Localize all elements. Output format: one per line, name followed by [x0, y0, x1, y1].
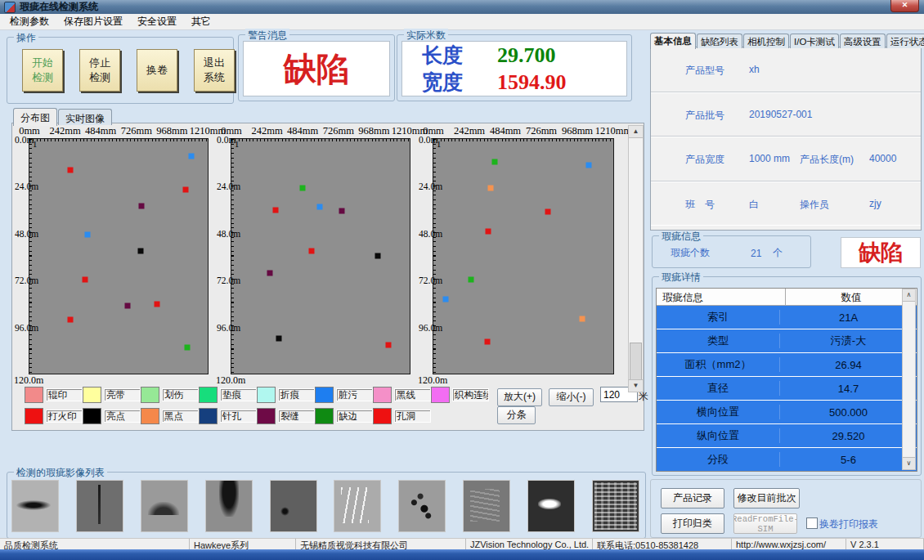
windows-taskbar[interactable] — [0, 549, 924, 560]
defect-detail-group-label: 瑕疵详情 — [659, 271, 703, 284]
print-report-checkbox[interactable] — [806, 517, 818, 529]
scatter-plot-3[interactable]: 0mm242mm484mm726mm968mm1210mm0.0m24.0m48… — [433, 138, 614, 374]
legend-item: 缺边 — [315, 408, 373, 424]
defect-detail-row[interactable]: 分段5-6 — [657, 448, 917, 471]
detail-scroll-up-icon[interactable]: ∧ — [903, 289, 915, 302]
scroll-down-icon[interactable]: ▼ — [629, 379, 643, 392]
status-segment: JZVision Technology Co., Ltd. — [466, 539, 593, 550]
shift-operator-row: 班 号 白 操作员 zjy — [651, 181, 921, 226]
print-classify-button[interactable]: 打印归类 — [661, 513, 724, 534]
defect-point — [276, 335, 281, 341]
operation-group: 操作 开始检测停止检测换卷退出系统 — [7, 37, 234, 104]
defect-thumbnail[interactable] — [398, 480, 446, 532]
defect-alert: 缺陷 — [841, 237, 921, 268]
legend-row-1: 辊印亮带划伤垫痕折痕脏污黑线织构连续 — [25, 387, 489, 403]
defect-thumbnail[interactable] — [11, 480, 59, 532]
app-icon — [4, 2, 16, 13]
defect-thumbnail[interactable] — [527, 480, 575, 532]
menu-other[interactable]: 其它 — [184, 13, 218, 30]
product-model-row: 产品型号 xh — [651, 47, 921, 92]
tab-io-card-test[interactable]: I/O卡测试 — [790, 34, 839, 48]
status-segment: 无锡精质视觉科技有限公司 — [296, 539, 466, 550]
scroll-up-icon[interactable]: ▲ — [629, 126, 643, 138]
defect-thumbnail[interactable] — [463, 480, 510, 532]
defect-detail-row[interactable]: 直径14.7 — [657, 377, 917, 400]
detail-table-scrollbar[interactable]: ∧ ∨ — [902, 289, 916, 470]
x-axis-tick: 726mm — [121, 125, 152, 137]
defect-thumbnails — [11, 480, 639, 532]
legend-label: 黑线 — [394, 388, 431, 401]
product-length-value: 40000 — [869, 153, 896, 164]
defect-point — [309, 248, 315, 253]
status-segment: Hawkeye系列 — [190, 539, 296, 550]
tab-basic-info[interactable]: 基本信息 — [650, 33, 696, 49]
defect-point — [339, 208, 344, 214]
detail-row-name: 纵向位置 — [657, 428, 780, 443]
defect-point — [138, 249, 144, 254]
scatter-plot-2[interactable]: 0mm242mm484mm726mm968mm1210mm0.0m24.0m48… — [231, 138, 410, 374]
change-roll-button[interactable]: 换卷 — [137, 49, 177, 92]
menu-security-settings[interactable]: 安全设置 — [130, 13, 184, 30]
legend-swatch — [199, 387, 218, 403]
y-axis-tick: 72.0m — [217, 276, 240, 285]
stop-detection-button[interactable]: 停止检测 — [79, 49, 120, 92]
tab-advanced-settings[interactable]: 高级设置 — [840, 34, 886, 48]
split-button[interactable]: 分条 — [497, 406, 536, 424]
tab-camera-control[interactable]: 相机控制 — [743, 34, 789, 48]
defect-thumbnail[interactable] — [270, 480, 317, 532]
defect-thumbnail[interactable] — [334, 480, 381, 532]
right-panel-tabs: 基本信息缺陷列表相机控制I/O卡测试高级设置运行状态信息 — [650, 32, 924, 48]
y-axis-tick: 96.0m — [15, 322, 38, 332]
zoom-in-button[interactable]: 放大(+) — [497, 388, 542, 406]
scroll-thumb[interactable] — [630, 343, 642, 380]
status-segment: 联系电话:0510-85381428 — [593, 539, 732, 550]
exit-system-button[interactable]: 退出系统 — [194, 49, 235, 92]
y-axis-tick: 48.0m — [419, 228, 442, 238]
detail-row-name: 横向位置 — [657, 405, 780, 419]
detail-row-value: 500.000 — [780, 406, 917, 419]
defect-thumbnail[interactable] — [205, 480, 253, 532]
legend-label: 裂缝 — [278, 410, 315, 423]
modify-batch-button[interactable]: 修改目前批次 — [733, 488, 800, 508]
defect-thumbnail[interactable] — [141, 480, 188, 532]
tab-run-status-info[interactable]: 运行状态信息 — [886, 34, 924, 48]
x-axis-tick: 726mm — [323, 125, 354, 137]
title-bar[interactable]: 瑕疵在线检测系统 ✕ — [0, 0, 924, 14]
y-axis-tick: 96.0m — [419, 322, 442, 332]
defect-point — [487, 186, 493, 191]
defect-thumbnail[interactable] — [592, 480, 639, 532]
scatter-plot-1[interactable]: 0mm242mm484mm726mm968mm1210mm0.0m24.0m48… — [29, 138, 209, 374]
defect-detail-row[interactable]: 类型污渍-大 — [657, 329, 917, 352]
defect-detail-row[interactable]: 横向位置500.000 — [657, 401, 917, 423]
operation-buttons: 开始检测停止检测换卷退出系统 — [22, 49, 235, 92]
detail-row-name: 类型 — [657, 334, 780, 348]
menu-detection-params[interactable]: 检测参数 — [2, 13, 56, 30]
legend-item: 垫痕 — [199, 387, 257, 403]
x-axis-tick: 1210mm — [595, 125, 631, 137]
defect-thumbnail[interactable] — [76, 480, 123, 532]
y-axis-tick: 24.0m — [419, 181, 442, 191]
detail-scroll-down-icon[interactable]: ∨ — [903, 457, 915, 469]
defect-detail-row[interactable]: 面积（mm2）26.94 — [657, 353, 917, 376]
legend-swatch — [25, 387, 43, 403]
close-button[interactable]: ✕ — [890, 0, 919, 12]
legend-swatch — [373, 387, 392, 403]
y-axis-tick: 96.0m — [217, 322, 240, 332]
defect-detail-row[interactable]: 纵向位置29.520 — [657, 424, 917, 447]
menu-save-image-settings[interactable]: 保存图片设置 — [56, 13, 130, 30]
zoom-out-button[interactable]: 缩小(-) — [549, 388, 594, 406]
plot-scrollbar[interactable]: ▲ ▼ — [628, 125, 644, 392]
defect-count-label: 瑕疵个数 — [671, 246, 710, 260]
tab-distribution-map[interactable]: 分布图 — [13, 108, 57, 126]
tab-realtime-image[interactable]: 实时图像 — [58, 109, 112, 125]
y-axis-tick: 0.0m — [15, 135, 34, 145]
status-segment: 品质检测系统 — [0, 539, 190, 550]
detail-row-value: 5-6 — [780, 454, 917, 466]
legend-swatch — [25, 408, 43, 424]
start-detection-button[interactable]: 开始检测 — [22, 49, 63, 92]
defect-point — [386, 342, 392, 347]
defect-point — [492, 159, 498, 165]
product-record-button[interactable]: 产品记录 — [661, 488, 724, 508]
tab-defect-list[interactable]: 缺陷列表 — [697, 34, 742, 48]
defect-detail-row[interactable]: 索引21A — [657, 306, 917, 329]
